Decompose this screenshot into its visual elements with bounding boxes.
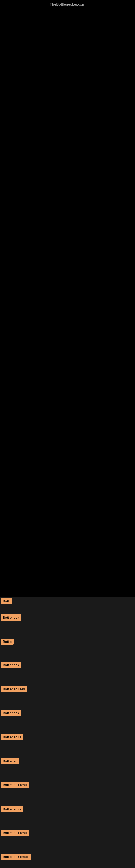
list-item: Bottleneck — [0, 710, 21, 716]
list-item: Bottl — [0, 598, 12, 604]
list-item: Bottlenec — [0, 758, 19, 764]
list-item: Bottleneck resu — [0, 830, 29, 836]
bottleneck-badge[interactable]: Bottle — [1, 639, 14, 645]
bottleneck-badge[interactable]: Bottleneck result — [1, 854, 31, 860]
list-item: Bottle — [0, 639, 14, 645]
bottleneck-badge[interactable]: Bottleneck — [1, 662, 21, 668]
bottleneck-badge[interactable]: Bottleneck resu — [1, 830, 29, 836]
site-title: TheBottlenecker.com — [50, 2, 85, 6]
bottleneck-badge[interactable]: Bottleneck — [1, 710, 21, 716]
bottleneck-badge[interactable]: Bottleneck — [1, 614, 21, 621]
bottleneck-badge[interactable]: Bottleneck resu — [1, 782, 29, 788]
list-item: Bottleneck resu — [0, 782, 29, 788]
list-item: Bottleneck — [0, 662, 21, 668]
list-item: Bottleneck res — [0, 686, 27, 692]
list-item: Bottleneck result — [0, 854, 31, 860]
bottleneck-badge[interactable]: Bottl — [1, 598, 12, 604]
bottleneck-badge[interactable]: Bottleneck r — [1, 806, 24, 812]
bottleneck-badge[interactable]: Bottlenec — [1, 758, 19, 764]
bottleneck-badge[interactable]: Bottleneck r — [1, 734, 24, 740]
chart-area — [0, 0, 135, 597]
bottleneck-badge[interactable]: Bottleneck res — [1, 686, 27, 692]
list-item: Bottleneck — [0, 614, 21, 621]
list-item: Bottleneck r — [0, 806, 24, 812]
list-item: Bottleneck r — [0, 734, 24, 740]
cursor-indicator-1 — [1, 423, 1, 431]
cursor-indicator-2 — [1, 467, 1, 475]
